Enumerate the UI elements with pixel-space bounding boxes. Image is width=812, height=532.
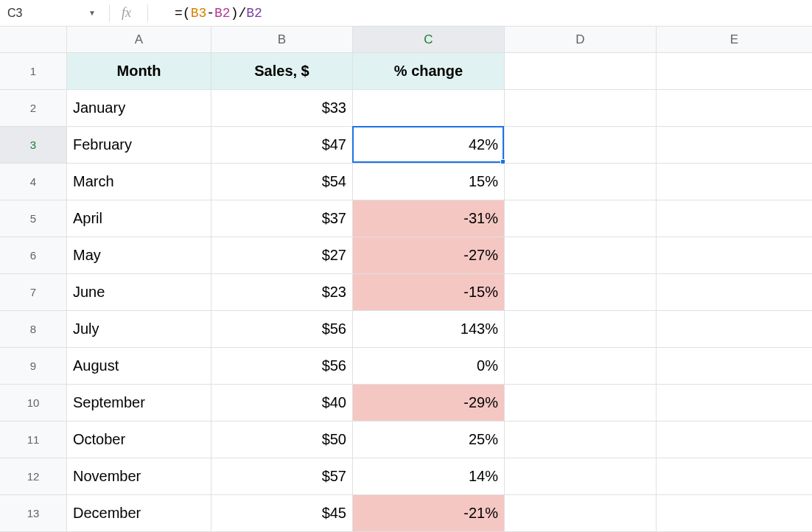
table-row: September$40-29% <box>67 385 812 421</box>
formula-token: B2 <box>246 6 262 21</box>
cell-change[interactable]: -15% <box>353 274 505 311</box>
cell-empty[interactable] <box>657 274 812 311</box>
row-header-11[interactable]: 11 <box>0 421 67 458</box>
cell-empty[interactable] <box>505 311 657 348</box>
cell-empty[interactable] <box>657 90 812 127</box>
cell-month[interactable]: April <box>67 200 211 237</box>
cell-sales[interactable]: $40 <box>211 385 353 421</box>
cell-empty[interactable] <box>505 495 657 532</box>
cell-month[interactable]: December <box>67 495 211 532</box>
row-header-8[interactable]: 8 <box>0 311 67 348</box>
chevron-down-icon[interactable]: ▼ <box>88 9 96 17</box>
row-header-7[interactable]: 7 <box>0 274 67 311</box>
cell-empty[interactable] <box>657 53 812 90</box>
cell-change[interactable]: 14% <box>353 458 505 495</box>
row-header-3[interactable]: 3 <box>0 127 67 164</box>
cell-change[interactable]: -27% <box>353 237 505 274</box>
cell-empty[interactable] <box>657 127 812 164</box>
cell-empty[interactable] <box>657 311 812 348</box>
cell-month[interactable]: February <box>67 127 211 164</box>
cell-empty[interactable] <box>657 164 812 200</box>
cell-empty[interactable] <box>505 458 657 495</box>
cell-sales[interactable]: $56 <box>211 311 353 348</box>
cell-sales[interactable]: $23 <box>211 274 353 311</box>
formula-input[interactable]: =(B3-B2)/B2 <box>154 6 812 21</box>
cell-change[interactable]: -29% <box>353 385 505 421</box>
table-row: January$33 <box>67 90 812 127</box>
row-header-4[interactable]: 4 <box>0 164 67 200</box>
cell-sales[interactable]: $56 <box>211 348 353 385</box>
cell-empty[interactable] <box>657 348 812 385</box>
cell-empty[interactable] <box>657 385 812 421</box>
table-row: May$27-27% <box>67 237 812 274</box>
cell-sales[interactable]: $37 <box>211 200 353 237</box>
header-month[interactable]: Month <box>67 53 211 90</box>
cell-month[interactable]: January <box>67 90 211 127</box>
table-row: July$56143% <box>67 311 812 348</box>
cell-sales[interactable]: $47 <box>211 127 353 164</box>
cell-change[interactable]: -21% <box>353 495 505 532</box>
row-header-9[interactable]: 9 <box>0 348 67 385</box>
table-row: April$37-31% <box>67 200 812 237</box>
cell-change[interactable]: 25% <box>353 421 505 458</box>
formula-token: - <box>206 6 214 21</box>
cell-empty[interactable] <box>505 274 657 311</box>
cell-sales[interactable]: $50 <box>211 421 353 458</box>
name-box-cell-ref: C3 <box>7 7 22 20</box>
fx-icon[interactable]: fx <box>116 5 141 21</box>
cell-empty[interactable] <box>657 200 812 237</box>
cell-sales[interactable]: $45 <box>211 495 353 532</box>
cell-empty[interactable] <box>505 90 657 127</box>
cell-empty[interactable] <box>505 237 657 274</box>
cell-empty[interactable] <box>505 164 657 200</box>
cell-sales[interactable]: $27 <box>211 237 353 274</box>
cell-change[interactable]: 15% <box>353 164 505 200</box>
header-sales[interactable]: Sales, $ <box>211 53 353 90</box>
cell-sales[interactable]: $54 <box>211 164 353 200</box>
row-header-2[interactable]: 2 <box>0 90 67 127</box>
cell-month[interactable]: October <box>67 421 211 458</box>
column-header-B[interactable]: B <box>211 27 353 53</box>
cell-empty[interactable] <box>657 495 812 532</box>
cell-month[interactable]: July <box>67 311 211 348</box>
cell-empty[interactable] <box>657 421 812 458</box>
column-headers: ABCDE <box>67 27 812 53</box>
select-all-corner[interactable] <box>0 27 67 53</box>
cell-change[interactable] <box>353 90 505 127</box>
table-row: MonthSales, $% change <box>67 53 812 90</box>
cell-sales[interactable]: $33 <box>211 90 353 127</box>
row-header-13[interactable]: 13 <box>0 495 67 532</box>
table-row: November$5714% <box>67 458 812 495</box>
table-row: August$560% <box>67 348 812 385</box>
cell-empty[interactable] <box>657 237 812 274</box>
row-header-1[interactable]: 1 <box>0 53 67 90</box>
column-header-D[interactable]: D <box>505 27 657 53</box>
cell-empty[interactable] <box>505 200 657 237</box>
row-header-6[interactable]: 6 <box>0 237 67 274</box>
cell-empty[interactable] <box>505 348 657 385</box>
column-header-E[interactable]: E <box>657 27 812 53</box>
cell-empty[interactable] <box>505 127 657 164</box>
cell-change[interactable]: -31% <box>353 200 505 237</box>
row-header-5[interactable]: 5 <box>0 200 67 237</box>
header-change[interactable]: % change <box>353 53 505 90</box>
cell-empty[interactable] <box>657 458 812 495</box>
cell-change[interactable]: 143% <box>353 311 505 348</box>
cell-sales[interactable]: $57 <box>211 458 353 495</box>
cell-empty[interactable] <box>505 421 657 458</box>
name-box[interactable]: C3 ▼ <box>0 0 103 26</box>
cell-empty[interactable] <box>505 385 657 421</box>
cell-month[interactable]: November <box>67 458 211 495</box>
cell-month[interactable]: June <box>67 274 211 311</box>
cell-change[interactable]: 0% <box>353 348 505 385</box>
cell-empty[interactable] <box>505 53 657 90</box>
column-header-C[interactable]: C <box>353 27 505 53</box>
cell-month[interactable]: September <box>67 385 211 421</box>
cell-change[interactable]: 42% <box>353 127 505 164</box>
cell-month[interactable]: March <box>67 164 211 200</box>
cell-month[interactable]: May <box>67 237 211 274</box>
row-header-12[interactable]: 12 <box>0 458 67 495</box>
row-header-10[interactable]: 10 <box>0 385 67 421</box>
cell-month[interactable]: August <box>67 348 211 385</box>
column-header-A[interactable]: A <box>67 27 211 53</box>
